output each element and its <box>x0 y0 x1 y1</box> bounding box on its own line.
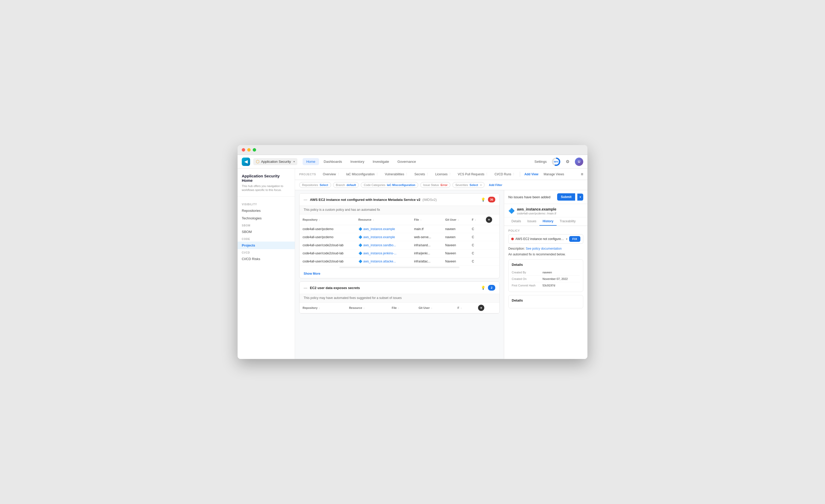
sidebar-cicd-label: CI/CD <box>238 249 295 255</box>
col-resource[interactable]: Resource ↕ <box>355 215 411 225</box>
policy-documentation-link[interactable]: See policy documentation <box>526 247 561 250</box>
tab-issues[interactable]: Issues <box>524 217 540 226</box>
detail-row-commit-hash: First Commit Hash 53c9197d <box>512 282 580 288</box>
nav-inventory[interactable]: Inventory <box>347 158 368 165</box>
content-area: PROJECTS Overview ⋮ IaC Misconfiguration… <box>295 169 587 359</box>
description-row: Description: See policy documentation <box>508 247 583 250</box>
cell-repo: code4all-user/pcdemo <box>299 233 355 241</box>
brand-selector[interactable]: ⬡ Application Security ▾ <box>253 158 297 165</box>
col-add[interactable]: + <box>483 215 500 225</box>
filter-code-categories[interactable]: Code Categories IaC Misconfiguration <box>361 182 418 188</box>
add-column-button[interactable]: + <box>486 217 492 223</box>
nav-secrets[interactable]: Secrets ⋮ <box>412 171 432 178</box>
details-title: Details <box>512 263 580 267</box>
resource-link[interactable]: aws_instance.attacke... <box>363 260 396 263</box>
col-file[interactable]: File ↕ <box>389 303 416 313</box>
cell-git-user: Naveen <box>442 241 469 249</box>
filter-issue-status[interactable]: Issue Status Error <box>420 182 450 188</box>
nav-dashboards[interactable]: Dashboards <box>320 158 346 165</box>
maximize-button[interactable] <box>253 148 256 152</box>
sidebar-item-cicd-risks[interactable]: CI/CD Risks <box>238 255 295 263</box>
filter-branch[interactable]: Branch default <box>333 182 359 188</box>
nav-licenses[interactable]: Licenses ⋮ <box>433 171 454 178</box>
cell-resource[interactable]: 🔷aws_instance.sandbo... <box>355 241 411 249</box>
cell-extra: C <box>469 233 483 241</box>
cell-resource[interactable]: 🔷aws_instance.jenkins-... <box>355 249 411 257</box>
resource-link[interactable]: aws_instance.example <box>363 235 395 239</box>
brand-name: Application Security <box>261 160 291 164</box>
sidebar-item-projects[interactable]: Projects <box>238 242 295 249</box>
severities-close-icon[interactable]: × <box>480 183 482 186</box>
cell-extra: C <box>469 241 483 249</box>
nav-cicd-runs[interactable]: CI/CD Runs ⋮ <box>492 171 518 178</box>
col-add[interactable]: + <box>475 303 500 313</box>
tab-details[interactable]: Details <box>508 217 524 226</box>
collapse-icon[interactable]: — <box>304 197 307 202</box>
sidebar-item-label: Projects <box>242 243 255 247</box>
table-row: code4all-user/pcdemo 🔷aws_instance.examp… <box>299 233 500 241</box>
sidebar-item-technologies[interactable]: Technologies <box>238 215 295 222</box>
col-extra[interactable]: F ↕ <box>469 215 483 225</box>
cell-resource[interactable]: 🔷aws_instance.attacke... <box>355 257 411 266</box>
gear-button[interactable]: ⚙ <box>564 158 572 166</box>
issue-group-2-header: — EC2 user data exposes secrets 💡 2 <box>299 282 500 294</box>
nav-vcs-pull-requests[interactable]: VCS Pull Requests ⋮ <box>455 171 491 178</box>
nav-vulnerabilities[interactable]: Vulnerabilities ⋮ <box>382 171 411 178</box>
filter-bar: Repositories Select Branch default Code … <box>295 180 587 190</box>
show-more-button[interactable]: Show More <box>299 269 500 278</box>
collapse-icon[interactable]: — <box>304 286 307 290</box>
filter-severities[interactable]: Severities Select × <box>452 182 484 188</box>
nav-iac-misconfiguration[interactable]: IaC Misconfiguration ⋮ <box>344 171 381 178</box>
detail-key: Created By <box>512 271 540 274</box>
policy-selector[interactable]: AWS EC2 instance not configured with Ins… <box>508 234 583 244</box>
col-repository[interactable]: Repository ↕ <box>299 215 355 225</box>
bulb-icon[interactable]: 💡 <box>481 286 485 290</box>
submit-button[interactable]: Submit <box>557 193 575 200</box>
manage-views-button[interactable]: Manage Views <box>541 171 566 178</box>
resource-link[interactable]: aws_instance.example <box>363 227 395 231</box>
cell-git-user: Naveen <box>442 257 469 266</box>
resource-link[interactable]: aws_instance.jenkins-... <box>363 251 396 255</box>
cell-resource[interactable]: 🔷aws_instance.example <box>355 225 411 233</box>
sidebar-item-sbom[interactable]: SBOM <box>238 228 295 236</box>
settings-button[interactable]: Settings <box>532 159 549 165</box>
fix-button[interactable]: FIX <box>569 236 580 242</box>
close-button[interactable] <box>242 148 245 152</box>
nav-home[interactable]: Home <box>303 158 319 165</box>
table-row: code4all-user/code2cloud-lab 🔷aws_instan… <box>299 257 500 266</box>
add-filter-button[interactable]: Add Filter <box>486 182 504 187</box>
more-options-icon[interactable]: ≡ <box>581 172 583 177</box>
col-git-user[interactable]: Git User ↕ <box>442 215 469 225</box>
filter-repositories[interactable]: Repositories Select <box>299 182 331 188</box>
add-column-button[interactable]: + <box>478 305 484 311</box>
tab-traceability[interactable]: Traceability <box>556 217 579 226</box>
detail-row-created-by: Created By naveen <box>512 269 580 276</box>
nav-governance[interactable]: Governance <box>394 158 420 165</box>
submit-dropdown-button[interactable]: ▾ <box>577 193 583 200</box>
nav-investigate[interactable]: Investigate <box>369 158 393 165</box>
sidebar-header: Application Security Home This hub offer… <box>238 174 295 197</box>
nav-overview[interactable]: Overview ⋮ <box>320 171 343 178</box>
minimize-button[interactable] <box>247 148 251 152</box>
col-repository[interactable]: Repository ↕ <box>299 303 346 313</box>
add-view-button[interactable]: Add View <box>522 171 540 178</box>
horizontal-scrollbar[interactable] <box>340 267 459 268</box>
col-file[interactable]: File ↕ <box>411 215 442 225</box>
cell-file: main.tf <box>411 225 442 233</box>
cell-file: infra/attac... <box>411 257 442 266</box>
tab-history[interactable]: History <box>539 217 556 226</box>
col-resource[interactable]: Resource ↕ <box>346 303 389 313</box>
cell-resource[interactable]: 🔷aws_instance.example <box>355 233 411 241</box>
table-row: code4all-user/code2cloud-lab 🔷aws_instan… <box>299 249 500 257</box>
sidebar-item-repositories[interactable]: Repositories <box>238 207 295 215</box>
auto-fix-text: An automated fix is recommended below. <box>508 253 583 256</box>
detail-tabs: Details Issues History Traceability <box>504 217 587 226</box>
resource-link[interactable]: aws_instance.sandbo... <box>363 243 396 247</box>
app-logo[interactable]: ◀ <box>242 158 250 166</box>
col-extra[interactable]: F ↕ <box>454 303 475 313</box>
user-avatar[interactable]: U <box>575 158 583 166</box>
bulb-icon[interactable]: 💡 <box>481 197 485 202</box>
col-git-user[interactable]: Git User ↕ <box>416 303 454 313</box>
cicd-more-icon: ⋮ <box>512 172 515 176</box>
issue-1-table: Repository ↕ Resource ↕ File ↕ Git User … <box>299 215 500 266</box>
